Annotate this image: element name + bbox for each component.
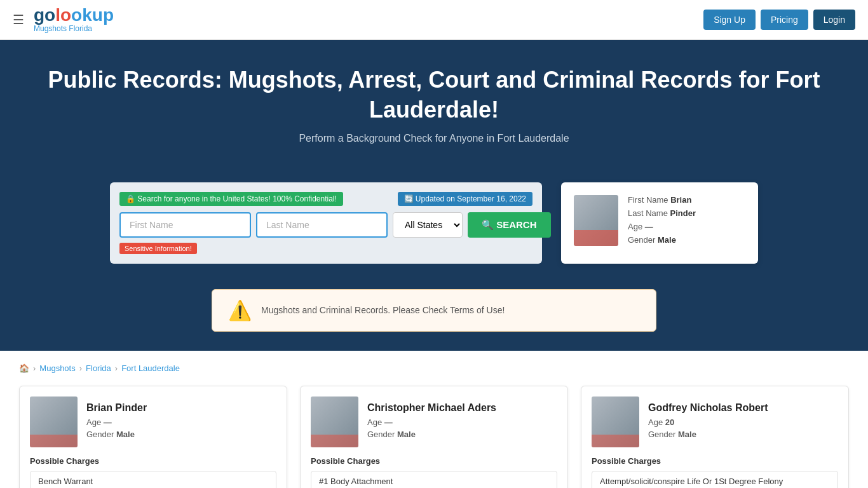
profile-card: First Name Brian Last Name Pinder Age — …: [561, 182, 758, 264]
pricing-button[interactable]: Pricing: [761, 10, 808, 30]
card-info: Christopher Michael Aders Age — Gender M…: [367, 402, 496, 442]
breadcrumb-florida[interactable]: Florida: [86, 363, 111, 373]
breadcrumb: 🏠 › Mugshots › Florida › Fort Lauderdale: [19, 363, 849, 373]
profile-age-row: Age —: [628, 222, 696, 231]
warning-icon: ⚠️: [228, 299, 252, 322]
card-header: Christopher Michael Aders Age — Gender M…: [311, 396, 557, 447]
home-icon[interactable]: 🏠: [19, 363, 29, 373]
person-card: Brian Pinder Age — Gender Male Possible …: [19, 386, 287, 488]
profile-info: First Name Brian Last Name Pinder Age — …: [628, 195, 696, 251]
person-card: Godfrey Nicholas Robert Age 20 Gender Ma…: [581, 386, 849, 488]
logo-text: golookup: [34, 6, 114, 24]
person-gender: Gender Male: [86, 430, 147, 439]
logo[interactable]: golookup Mugshots Florida: [34, 6, 114, 33]
search-inputs: All States 🔍 SEARCH: [119, 212, 532, 238]
hero-title: Public Records: Mugshots, Arrest, Court …: [13, 65, 855, 125]
header-right: Sign Up Pricing Login: [703, 10, 855, 30]
person-gender: Gender Male: [648, 430, 768, 439]
breadcrumb-sep-3: ›: [115, 363, 118, 373]
profile-avatar: [574, 195, 618, 246]
search-badge-confidential: 🔒 Search for anyone in the United States…: [119, 192, 343, 206]
breadcrumb-city[interactable]: Fort Lauderdale: [121, 363, 180, 373]
charges-label: Possible Charges: [30, 456, 276, 466]
profile-fn-row: First Name Brian: [628, 195, 696, 205]
header-left: ☰ golookup Mugshots Florida: [13, 6, 114, 33]
charge-item: Bench Warrant: [30, 471, 276, 488]
card-info: Brian Pinder Age — Gender Male: [86, 402, 147, 442]
person-card: Christopher Michael Aders Age — Gender M…: [300, 386, 568, 488]
sensitive-badge: Sensitive Information!: [119, 243, 197, 254]
cards-grid: Brian Pinder Age — Gender Male Possible …: [19, 386, 849, 488]
search-badge-updated: 🔄 Updated on September 16, 2022: [398, 192, 532, 206]
state-select[interactable]: All States: [393, 212, 463, 238]
card-info: Godfrey Nicholas Robert Age 20 Gender Ma…: [648, 402, 768, 442]
person-name: Christopher Michael Aders: [367, 402, 496, 414]
alert-text: Mugshots and Criminal Records. Please Ch…: [261, 305, 505, 315]
search-top-bar: 🔒 Search for anyone in the United States…: [119, 192, 532, 206]
last-name-input[interactable]: [256, 212, 388, 238]
person-avatar: [311, 396, 358, 447]
card-header: Godfrey Nicholas Robert Age 20 Gender Ma…: [592, 396, 838, 447]
login-button[interactable]: Login: [813, 10, 855, 30]
logo-subtitle: Mugshots Florida: [34, 24, 92, 33]
person-name: Godfrey Nicholas Robert: [648, 402, 768, 414]
breadcrumb-sep-1: ›: [33, 363, 36, 373]
person-age: Age —: [367, 417, 496, 427]
profile-ln-row: Last Name Pinder: [628, 208, 696, 218]
signup-button[interactable]: Sign Up: [703, 10, 756, 30]
profile-gender-row: Gender Male: [628, 235, 696, 245]
header: ☰ golookup Mugshots Florida Sign Up Pric…: [0, 0, 868, 40]
charges-label: Possible Charges: [311, 456, 557, 466]
person-age: Age —: [86, 417, 147, 427]
charges-label: Possible Charges: [592, 456, 838, 466]
hero-subtitle: Perform a Background Check for Anyone in…: [13, 133, 855, 144]
charge-item: #1 Body Attachment: [311, 471, 557, 488]
hero-section: Public Records: Mugshots, Arrest, Court …: [0, 40, 868, 182]
search-section: 🔒 Search for anyone in the United States…: [0, 182, 868, 289]
hamburger-menu-icon[interactable]: ☰: [13, 12, 24, 27]
breadcrumb-mugshots[interactable]: Mugshots: [39, 363, 75, 373]
search-box: 🔒 Search for anyone in the United States…: [110, 182, 542, 264]
card-header: Brian Pinder Age — Gender Male: [30, 396, 276, 447]
alert-section: ⚠️ Mugshots and Criminal Records. Please…: [0, 289, 868, 351]
person-gender: Gender Male: [367, 430, 496, 439]
person-age: Age 20: [648, 417, 768, 427]
main-content: 🏠 › Mugshots › Florida › Fort Lauderdale…: [0, 351, 868, 488]
search-button[interactable]: 🔍 SEARCH: [468, 212, 551, 238]
person-avatar: [30, 396, 78, 447]
person-name: Brian Pinder: [86, 402, 147, 414]
charge-item: Attempt/solicit/conspire Life Or 1St Deg…: [592, 471, 838, 488]
alert-bar: ⚠️ Mugshots and Criminal Records. Please…: [212, 289, 656, 332]
breadcrumb-sep-2: ›: [79, 363, 82, 373]
person-avatar: [592, 396, 639, 447]
first-name-input[interactable]: [119, 212, 251, 238]
